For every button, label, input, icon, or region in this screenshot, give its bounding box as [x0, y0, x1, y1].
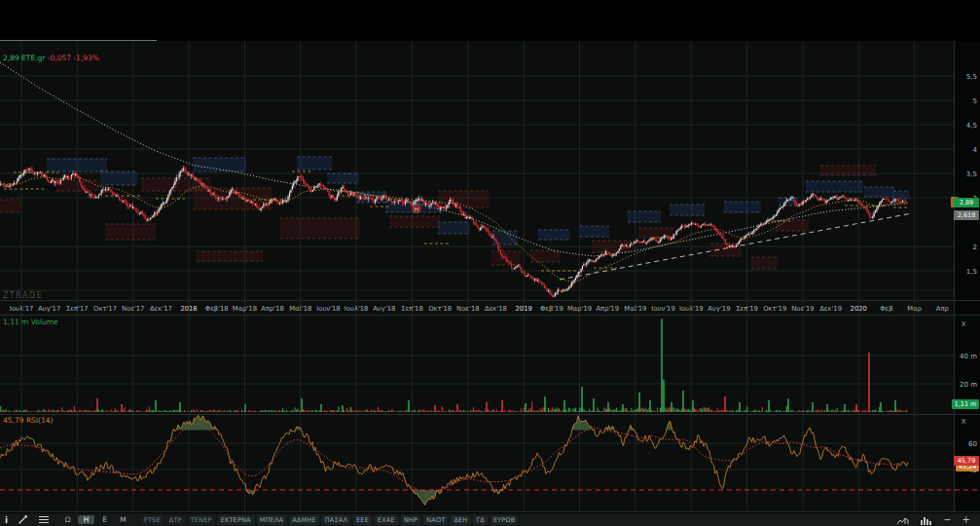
rsi-value-tag: 45,79 [954, 456, 979, 466]
svg-text:Ιουλ'19: Ιουλ'19 [679, 305, 704, 313]
svg-text:Μαρ'18: Μαρ'18 [233, 305, 257, 313]
rsi-pane-label: 45,79 RSI(14) [3, 416, 53, 425]
volume-value: 1,11 m [3, 318, 28, 326]
svg-text:Σεπ'19: Σεπ'19 [736, 305, 758, 313]
svg-text:Οκτ'19: Οκτ'19 [763, 305, 786, 313]
rsi-value: 45,79 [3, 416, 23, 425]
svg-text:Δεκ'18: Δεκ'18 [485, 305, 507, 313]
fib-level-tag: 2,618 [954, 210, 979, 220]
symbol-info-line: 2,89 ΕΤΕ.gr -0,057 -1,93% [3, 54, 99, 62]
svg-text:Ιουλ'18: Ιουλ'18 [345, 305, 369, 313]
chart-canvas[interactable]: H5,554,543,5321,540 m20 m6040Ιουλ'17Αυγ'… [0, 0, 980, 526]
info-icon[interactable]: i [5, 515, 8, 525]
svg-text:Νοε'17: Νοε'17 [122, 305, 144, 313]
zoom-out-button[interactable]: − [943, 515, 951, 525]
last-price: 2,89 [3, 54, 19, 62]
svg-text:Απρ'19: Απρ'19 [596, 305, 619, 313]
timeframe-button-Η[interactable]: Η [78, 515, 94, 524]
last-price-tag: 2,89 [954, 198, 979, 207]
price-change-percent: -1,93% [73, 54, 99, 62]
svg-text:20 m: 20 m [960, 381, 977, 389]
svg-text:Φεβ'19: Φεβ'19 [540, 305, 563, 313]
trading-chart-window: H5,554,543,5321,540 m20 m6040Ιουλ'17Αυγ'… [0, 0, 980, 526]
price-change: -0,057 [48, 54, 71, 62]
svg-text:Μαρ'19: Μαρ'19 [567, 305, 592, 313]
svg-text:Ιουν'19: Ιουν'19 [651, 305, 674, 313]
svg-text:Μαϊ'19: Μαϊ'19 [624, 305, 646, 313]
bottom-toolbar: i ΩΗΕΜ FTSEΔΤΡΤΕΝΕΡΕΚΤΕΡΝΑΜΠΕΛΑΑΔΜΗΕΠΑΣΑ… [0, 512, 980, 526]
svg-text:4,5: 4,5 [966, 122, 977, 130]
timeframe-button-Ω[interactable]: Ω [59, 515, 76, 524]
svg-text:2018: 2018 [180, 305, 197, 313]
svg-text:Απρ'18: Απρ'18 [261, 305, 284, 313]
svg-text:Οκτ'18: Οκτ'18 [428, 305, 452, 313]
svg-text:Φεβ'18: Φεβ'18 [205, 305, 229, 313]
svg-text:5: 5 [973, 97, 977, 105]
symbol-button-ΑΔΜΗΕ[interactable]: ΑΔΜΗΕ [289, 515, 319, 525]
svg-text:Σεπ'17: Σεπ'17 [66, 305, 89, 313]
svg-text:Μαϊ'18: Μαϊ'18 [289, 305, 311, 313]
symbol-button-ΕΕΕ[interactable]: ΕΕΕ [353, 515, 372, 525]
svg-text:Αυγ'19: Αυγ'19 [708, 305, 730, 313]
symbol-button-ΝΑΟΤ[interactable]: ΝΑΟΤ [423, 515, 448, 525]
symbol-button-ΤΕΝΕΡ[interactable]: ΤΕΝΕΡ [188, 515, 215, 525]
svg-text:Μαρ: Μαρ [907, 305, 922, 313]
rsi-pane-close-button[interactable]: x [959, 417, 968, 426]
svg-text:H: H [415, 206, 419, 212]
symbol-button-ΕΚΤΕΡΝΑ[interactable]: ΕΚΤΕΡΝΑ [218, 515, 254, 525]
timeframe-button-Ε[interactable]: Ε [96, 515, 113, 524]
svg-text:Νοε'18: Νοε'18 [456, 305, 479, 313]
symbol-button-ΠΑΣΑΛ[interactable]: ΠΑΣΑΛ [322, 515, 350, 525]
chart-type-icon[interactable] [896, 515, 909, 525]
svg-text:2019: 2019 [516, 305, 532, 313]
svg-text:3,5: 3,5 [966, 170, 977, 178]
svg-text:1,5: 1,5 [966, 268, 977, 276]
timeframe-buttons: ΩΗΕΜ [59, 515, 131, 524]
svg-text:4: 4 [973, 146, 978, 154]
svg-text:Αυγ'17: Αυγ'17 [38, 305, 60, 313]
draw-tool-icon[interactable] [18, 514, 28, 525]
symbol-name: ΕΤΕ.gr [21, 54, 45, 62]
symbol-button-ΔΕΗ[interactable]: ΔΕΗ [451, 515, 470, 525]
rsi-indicator-name: RSI(14) [26, 416, 54, 425]
svg-text:Αυγ'18: Αυγ'18 [373, 305, 395, 313]
svg-text:Δεκ'19: Δεκ'19 [819, 305, 842, 313]
svg-text:Ιουλ'17: Ιουλ'17 [10, 305, 34, 313]
symbol-button-ΜΠΕΛΑ[interactable]: ΜΠΕΛΑ [257, 515, 287, 525]
volume-pane-close-button[interactable]: x [959, 319, 968, 328]
toolbar-right-icons: − + [896, 515, 980, 525]
svg-text:Νοε'19: Νοε'19 [791, 305, 814, 313]
watchlist-icon[interactable] [38, 515, 50, 524]
svg-text:Οκτ'17: Οκτ'17 [93, 305, 117, 313]
timeframe-button-Μ[interactable]: Μ [115, 515, 131, 524]
symbol-button-ΕΥΡΩΒ[interactable]: ΕΥΡΩΒ [490, 515, 518, 525]
svg-text:40 m: 40 m [960, 353, 977, 360]
svg-text:2: 2 [973, 244, 977, 251]
zoom-in-button[interactable]: + [962, 515, 970, 525]
volume-histogram-icon[interactable] [920, 515, 932, 525]
svg-text:Φεβ: Φεβ [880, 305, 892, 313]
symbol-button-ΝΗΡ[interactable]: ΝΗΡ [401, 515, 420, 525]
symbol-button-ΓΔ[interactable]: ΓΔ [473, 515, 487, 525]
volume-value-tag: 1,11 m [952, 399, 979, 409]
symbol-button-FTSE[interactable]: FTSE [141, 515, 163, 525]
svg-text:Ιουν'18: Ιουν'18 [316, 305, 340, 313]
symbol-button-ΔΤΡ[interactable]: ΔΤΡ [166, 515, 185, 525]
svg-text:Σεπ'18: Σεπ'18 [401, 305, 423, 313]
volume-indicator-name: Volume [31, 318, 58, 326]
svg-text:60: 60 [968, 440, 977, 448]
watermark: ZTRADE [3, 291, 43, 300]
svg-text:5,5: 5,5 [966, 73, 977, 81]
svg-text:Δεκ'17: Δεκ'17 [150, 305, 172, 313]
svg-text:2020: 2020 [851, 305, 867, 313]
volume-pane-label: 1,11 m Volume [3, 318, 58, 326]
svg-text:Απρ: Απρ [936, 305, 949, 313]
symbol-button-ΕΧΑΕ[interactable]: ΕΧΑΕ [375, 515, 398, 525]
symbol-shortcut-buttons: FTSEΔΤΡΤΕΝΕΡΕΚΤΕΡΝΑΜΠΕΛΑΑΔΜΗΕΠΑΣΑΛΕΕΕΕΧΑ… [141, 515, 518, 525]
